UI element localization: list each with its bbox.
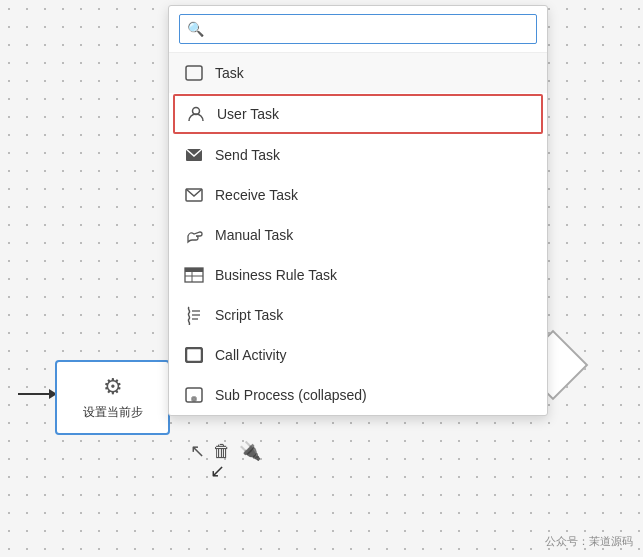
receive-task-icon — [183, 184, 205, 206]
canvas-area: ⚙ 设置当前步 ↖ 🗑 🔌 ↙ 🔍 — [0, 0, 643, 557]
task-icon — [183, 62, 205, 84]
menu-item-user-task[interactable]: User Task — [173, 94, 543, 134]
menu-item-task-label: Task — [215, 65, 533, 81]
menu-item-send-task-label: Send Task — [215, 147, 533, 163]
search-wrapper: 🔍 — [179, 14, 537, 44]
search-container: 🔍 — [169, 6, 547, 53]
delete-icon[interactable]: 🗑 — [213, 441, 231, 462]
sub-process-icon — [183, 384, 205, 406]
menu-item-manual-task-label: Manual Task — [215, 227, 533, 243]
arrow-up-left-icon[interactable]: ↖ — [190, 440, 205, 462]
menu-item-manual-task[interactable]: Manual Task — [169, 215, 547, 255]
menu-item-business-rule-task[interactable]: Business Rule Task — [169, 255, 547, 295]
menu-item-sub-process-label: Sub Process (collapsed) — [215, 387, 533, 403]
user-task-icon — [185, 103, 207, 125]
menu-item-script-task-label: Script Task — [215, 307, 533, 323]
watermark: 公众号：茉道源码 — [545, 534, 633, 549]
menu-item-send-task[interactable]: Send Task — [169, 135, 547, 175]
business-rule-task-icon — [183, 264, 205, 286]
script-task-icon — [183, 304, 205, 326]
menu-list: Task User Task — [169, 53, 547, 415]
search-input[interactable] — [179, 14, 537, 44]
search-icon: 🔍 — [187, 21, 204, 37]
connect-icon[interactable]: 🔌 — [239, 440, 261, 462]
arrow-connector — [18, 393, 56, 395]
svg-rect-0 — [186, 66, 202, 80]
menu-item-receive-task[interactable]: Receive Task — [169, 175, 547, 215]
call-activity-icon — [183, 344, 205, 366]
svg-rect-11 — [186, 348, 202, 362]
menu-item-call-activity[interactable]: Call Activity — [169, 335, 547, 375]
bpmn-task-node[interactable]: ⚙ 设置当前步 — [55, 360, 170, 435]
menu-item-receive-task-label: Receive Task — [215, 187, 533, 203]
menu-item-script-task[interactable]: Script Task — [169, 295, 547, 335]
settings-icon: ⚙ — [103, 374, 123, 400]
menu-item-call-activity-label: Call Activity — [215, 347, 533, 363]
node-toolbar: ↖ 🗑 🔌 — [190, 440, 261, 462]
menu-item-user-task-label: User Task — [217, 106, 531, 122]
manual-task-icon — [183, 224, 205, 246]
bpmn-node-label: 设置当前步 — [83, 404, 143, 421]
arrow-bottom-left: ↙ — [210, 460, 225, 482]
menu-item-task[interactable]: Task — [169, 53, 547, 93]
menu-item-business-rule-task-label: Business Rule Task — [215, 267, 533, 283]
task-type-dropdown: 🔍 Task — [168, 5, 548, 416]
send-task-icon — [183, 144, 205, 166]
menu-item-sub-process[interactable]: Sub Process (collapsed) — [169, 375, 547, 415]
svg-rect-5 — [185, 268, 203, 272]
